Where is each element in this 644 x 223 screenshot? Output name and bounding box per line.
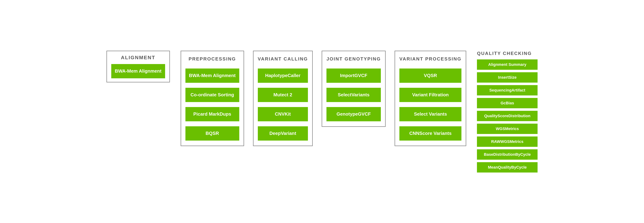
- quality-btn-wgsmetrics[interactable]: WGSMetrics: [477, 124, 538, 134]
- tool-btn-selectvariants[interactable]: SelectVariants: [326, 88, 381, 102]
- alignment-box: ALIGNMENT BWA-Mem Alignment: [106, 51, 170, 82]
- column-variant-calling: VARIANT CALLINGHaplotypeCallerMutect 2CN…: [253, 51, 313, 146]
- quality-btn-sequencingartifact[interactable]: SequencingArtifact: [477, 85, 538, 95]
- column-header-variant-processing: VARIANT PROCESSING: [400, 56, 462, 62]
- quality-btn-basedistributionbycycle[interactable]: BaseDistributionByCycle: [477, 149, 538, 160]
- quality-btn-insertsize[interactable]: InsertSize: [477, 72, 538, 83]
- column-header-preprocessing: PREPROCESSING: [189, 56, 236, 62]
- tool-btn-variant-filtration[interactable]: Variant Filtration: [400, 88, 462, 102]
- tool-btn-cnvkit[interactable]: CNVKit: [258, 107, 308, 121]
- tool-btn-haplotypecaller[interactable]: HaplotypeCaller: [258, 69, 308, 83]
- alignment-label: ALIGNMENT: [121, 55, 155, 61]
- column-joint-genotyping: JOINT GENOTYPINGImportGVCFSelectVariants…: [322, 51, 386, 127]
- tool-btn-importgvcf[interactable]: ImportGVCF: [326, 69, 381, 83]
- tool-btn-picard-markdups[interactable]: Picard MarkDups: [186, 107, 239, 121]
- tool-btn-bwa-mem-alignment[interactable]: BWA-Mem Alignment: [186, 69, 239, 83]
- quality-btn-meanqualitybycycle[interactable]: MeanQualityByCycle: [477, 162, 538, 172]
- pipeline-container: ALIGNMENT BWA-Mem Alignment PREPROCESSIN…: [92, 40, 552, 183]
- quality-btn-gcbias[interactable]: GcBias: [477, 98, 538, 108]
- tool-btn-genotypegvcf[interactable]: GenotypeGVCF: [326, 107, 381, 121]
- column-header-variant-calling: VARIANT CALLING: [258, 56, 308, 62]
- column-variant-processing: VARIANT PROCESSINGVQSRVariant Filtration…: [394, 51, 466, 146]
- quality-checking-header: QUALITY CHECKING: [477, 51, 532, 56]
- quality-btn-qualityscoredistribution[interactable]: QualityScoreDistribution: [477, 111, 538, 121]
- tool-btn-cnnscore-variants[interactable]: CNNScore Variants: [400, 126, 462, 141]
- quality-items-list: Alignment SummaryInsertSizeSequencingArt…: [477, 59, 538, 172]
- quality-checking-column: QUALITY CHECKING Alignment SummaryInsert…: [477, 51, 538, 172]
- tool-btn-select-variants[interactable]: Select Variants: [400, 107, 462, 121]
- tool-btn-vqsr[interactable]: VQSR: [400, 69, 462, 83]
- column-header-joint-genotyping: JOINT GENOTYPING: [326, 56, 381, 62]
- tool-btn-bqsr[interactable]: BQSR: [186, 126, 239, 141]
- tool-btn-mutect-2[interactable]: Mutect 2: [258, 88, 308, 102]
- tool-btn-co-ordinate-sorting[interactable]: Co-ordinate Sorting: [186, 88, 239, 102]
- quality-btn-alignment-summary[interactable]: Alignment Summary: [477, 59, 538, 70]
- column-preprocessing: PREPROCESSINGBWA-Mem AlignmentCo-ordinat…: [180, 51, 244, 146]
- tool-btn-deepvariant[interactable]: DeepVariant: [258, 126, 308, 141]
- quality-btn-rawwgsmetrics[interactable]: RAWWGSMetrics: [477, 136, 538, 147]
- alignment-tool-btn[interactable]: BWA-Mem Alignment: [111, 64, 165, 78]
